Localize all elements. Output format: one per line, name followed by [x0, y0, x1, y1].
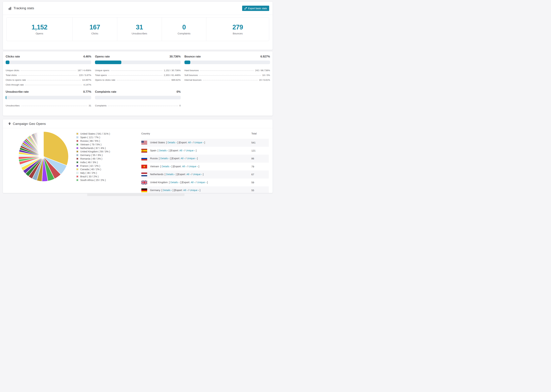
- country-total: 541: [251, 139, 269, 147]
- details-link[interactable]: Details ›: [170, 181, 179, 184]
- legend-item-vietnam: Vietnam ( 79 / 5% ): [76, 143, 110, 146]
- export-basic-stats-button[interactable]: Export basic stats: [242, 6, 269, 11]
- opens-rate-rows: Unique opens 1,152 / 30.736% Total opens…: [95, 67, 181, 81]
- export-all-link[interactable]: All ›: [188, 141, 192, 144]
- legend-item-spain: Spain ( 121 / 7% ): [76, 136, 110, 139]
- legend-label: France ( 42 / 2% ): [80, 165, 100, 167]
- country-name: Spain: [150, 149, 156, 152]
- rate-row-value: 220 / 5.87%: [79, 74, 91, 77]
- geo-row-germany: Germany[Details ›][Export:All ›/Unique ›…: [141, 186, 269, 193]
- slash: /: [196, 181, 196, 184]
- slash: /: [191, 173, 192, 176]
- flag-us-icon: [141, 141, 147, 145]
- country-total: 121: [251, 147, 269, 155]
- unsubscribe-rate-rows: Unsubscribes 31: [6, 102, 91, 107]
- slash: /: [186, 157, 186, 160]
- legend-swatch: [76, 143, 78, 146]
- bar-chart-icon: [8, 7, 12, 10]
- export-all-link[interactable]: All ›: [183, 189, 188, 192]
- slash: /: [184, 149, 185, 152]
- bounce-rate-progress-fill: [184, 61, 191, 64]
- opens-rate-head: Opens rate 30.736%: [95, 55, 181, 58]
- flag-gb-icon: [141, 181, 147, 184]
- export-all-link[interactable]: All ›: [191, 181, 195, 184]
- stat-value: 31: [136, 24, 143, 31]
- bracket-open: [: [159, 157, 160, 160]
- dotted-leader: [200, 70, 254, 71]
- export-unique-link[interactable]: Unique ›: [186, 149, 195, 152]
- dotted-leader: [199, 75, 261, 76]
- legend-swatch: [76, 136, 78, 138]
- details-link[interactable]: Details ›: [163, 189, 172, 192]
- country-cell: Vietnam[Details ›][Export:All ›/Unique ›…: [141, 163, 251, 171]
- export-open: [Export:: [177, 173, 186, 176]
- legend-item-russia: Russia ( 86 / 5% ): [76, 139, 110, 143]
- legend-swatch: [76, 161, 78, 163]
- export-close: ]: [200, 189, 200, 192]
- geo-pie-chart: [18, 131, 69, 182]
- legend-item-netherlands: Netherlands ( 67 / 4% ): [76, 146, 110, 150]
- dotted-leader: [111, 70, 162, 71]
- details-link[interactable]: Details ›: [168, 141, 177, 144]
- rate-row-value: 31: [89, 104, 91, 107]
- rate-percent: 6.927%: [261, 55, 270, 58]
- details-link[interactable]: Details ›: [160, 157, 169, 160]
- export-unique-link[interactable]: Unique ›: [187, 157, 197, 160]
- legend-label: Russia ( 86 / 5% ): [80, 140, 100, 142]
- export-all-link[interactable]: All ›: [179, 149, 184, 152]
- bracket-close: ]: [169, 149, 170, 152]
- export-open: [Export:: [179, 141, 187, 144]
- rate-title: Opens rate: [95, 55, 110, 58]
- details-link[interactable]: Details ›: [162, 165, 171, 168]
- geo-table: Country Total United States[Details ›][E…: [141, 128, 269, 193]
- stat-value: 0: [182, 24, 186, 31]
- rate-row-value: 1,152 / 30.736%: [164, 69, 181, 72]
- geo-header: Campaign Geo Opens: [3, 119, 273, 128]
- rate-row-label: Clicks to opens rate: [6, 79, 26, 81]
- rate-row-value: 18 / 0%: [262, 74, 270, 77]
- legend-item-france: France ( 42 / 2% ): [76, 164, 110, 168]
- details-link[interactable]: Details ›: [166, 173, 175, 176]
- dotted-leader: [27, 80, 81, 80]
- clicks-rate-rows: Unique clicks 167 / 4.456% Total clicks …: [6, 67, 91, 86]
- export-all-link[interactable]: All ›: [186, 173, 191, 176]
- rate-row-value: 14.497%: [82, 79, 91, 81]
- country-cell: Russia[Details ›][Export:All ›/Unique ›]: [141, 155, 251, 163]
- bounce-rate-rows: Hard bounces 242 / 86.738% Soft bounces …: [184, 67, 270, 81]
- export-all-link[interactable]: All ›: [181, 157, 185, 160]
- flag-vn-icon: [141, 165, 147, 168]
- rate-row-label: Opens to clicks rate: [95, 79, 115, 81]
- clicks-rate-section: Clicks rate 4.46% Unique clicks 167 / 4.…: [6, 55, 91, 86]
- rate-title: Clicks rate: [6, 55, 20, 58]
- country-total: 55: [251, 186, 269, 193]
- tracking-stats-card: Tracking stats Export basic stats 1,152 …: [3, 1, 273, 50]
- slash: /: [188, 189, 189, 192]
- pie-slice-other-63[interactable]: [43, 132, 43, 156]
- legend-label: Canada ( 40 / 2% ): [80, 168, 101, 171]
- export-unique-link[interactable]: Unique ›: [190, 189, 199, 192]
- export-unique-link[interactable]: Unique ›: [197, 181, 206, 184]
- bounce-rate-progressbar: [184, 61, 270, 64]
- export-unique-link[interactable]: Unique ›: [193, 173, 202, 176]
- legend-label: United Kingdom ( 59 / 3% ): [80, 150, 110, 153]
- clicks-rate-progress-fill: [6, 61, 9, 64]
- legend-item-canada: Canada ( 40 / 2% ): [76, 168, 110, 171]
- bracket-open: [: [165, 173, 165, 176]
- geo-row-united-states: United States[Details ›][Export:All ›/Un…: [141, 139, 269, 147]
- legend-swatch: [76, 133, 78, 135]
- geo-table-header-row: Country Total: [141, 128, 269, 139]
- export-unique-link[interactable]: Unique ›: [188, 165, 198, 168]
- horizontal-scrollbar[interactable]: [87, 193, 184, 196]
- legend-item-germany: Germany ( 55 / 3% ): [76, 154, 110, 157]
- legend-item-romania: Romania ( 49 / 3% ): [76, 157, 110, 161]
- rate-row-label: Soft bounces: [184, 74, 198, 77]
- stat-card-bounces: 279 Bounces: [206, 17, 269, 41]
- legend-swatch: [76, 179, 78, 181]
- rate-row-label: Unique clicks: [6, 69, 19, 72]
- geo-row-vietnam: Vietnam[Details ›][Export:All ›/Unique ›…: [141, 163, 269, 171]
- export-unique-link[interactable]: Unique ›: [194, 141, 204, 144]
- legend-label: Romania ( 49 / 3% ): [80, 157, 102, 160]
- export-all-link[interactable]: All ›: [182, 165, 186, 168]
- rate-row-value: 689.82%: [171, 79, 181, 81]
- details-link[interactable]: Details ›: [159, 149, 168, 152]
